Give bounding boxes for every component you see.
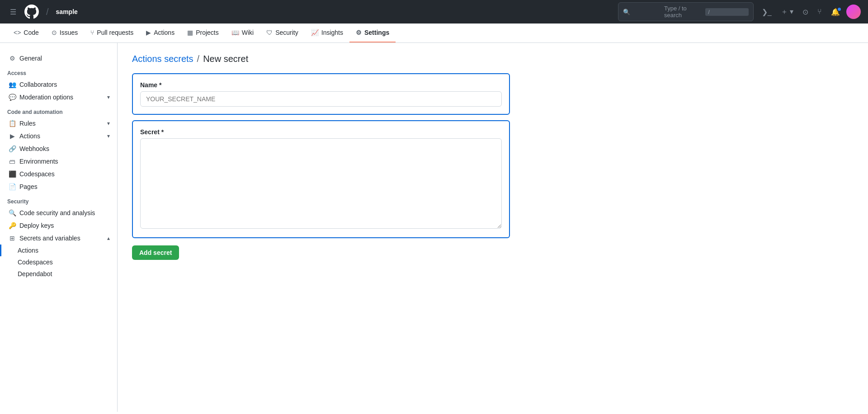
code-icon: <> — [14, 29, 21, 36]
code-security-icon: 🔍 — [9, 209, 16, 216]
secrets-chevron-icon: ▴ — [107, 235, 110, 241]
sidebar-item-deploy-keys[interactable]: 🔑 Deploy keys — [0, 219, 117, 232]
breadcrumb: Actions secrets / New secret — [132, 54, 510, 64]
sidebar-sub-dependabot-label: Dependabot — [18, 270, 52, 278]
top-nav-actions: ❯_ ＋ ▾ ⊙ ⑂ 🔔 — [759, 5, 861, 19]
page-layout: ⚙ General Access 👥 Collaborators 💬 Moder… — [0, 43, 868, 412]
nav-security[interactable]: 🛡 Security — [260, 24, 305, 42]
sidebar-environments-label: Environments — [19, 158, 58, 165]
nav-security-label: Security — [275, 29, 298, 36]
rules-icon: 📋 — [9, 120, 16, 127]
codespaces-icon: ⬛ — [9, 170, 16, 178]
nav-code-label: Code — [24, 29, 38, 36]
hamburger-menu-button[interactable]: ☰ — [7, 6, 19, 18]
secrets-icon: ⊞ — [9, 235, 16, 242]
nav-actions-label: Actions — [154, 29, 175, 36]
sidebar-codespaces-label: Codespaces — [19, 170, 55, 178]
nav-issues-label: Issues — [60, 29, 78, 36]
deploy-keys-icon: 🔑 — [9, 222, 16, 229]
moderation-chevron-icon: ▾ — [107, 94, 110, 100]
nav-issues[interactable]: ⊙ Issues — [45, 24, 84, 42]
add-button[interactable]: ＋ ▾ — [778, 5, 796, 19]
sidebar-moderation-label: Moderation options — [19, 94, 73, 101]
add-secret-button[interactable]: Add secret — [132, 245, 179, 260]
sidebar-item-actions[interactable]: ▶ Actions ▾ — [0, 130, 117, 142]
sidebar-webhooks-label: Webhooks — [19, 145, 49, 152]
nav-code[interactable]: <> Code — [7, 24, 45, 42]
repo-name[interactable]: sample — [56, 8, 78, 15]
name-label: Name — [140, 81, 502, 89]
breadcrumb-current: New secret — [203, 54, 248, 64]
nav-insights-label: Insights — [321, 29, 343, 36]
sidebar-item-general[interactable]: ⚙ General — [0, 52, 117, 65]
actions-icon: ▶ — [146, 29, 151, 36]
sidebar-secrets-label: Secrets and variables — [19, 235, 80, 242]
issues-icon: ⊙ — [52, 29, 57, 36]
sidebar-code-section: Code and automation — [0, 104, 117, 117]
sidebar-access-section: Access — [0, 65, 117, 78]
webhooks-icon: 🔗 — [9, 145, 16, 152]
sidebar-collaborators-label: Collaborators — [19, 81, 57, 88]
nav-pullrequests[interactable]: ⑂ Pull requests — [84, 24, 140, 42]
sidebar-general-label: General — [19, 55, 42, 62]
nav-actions[interactable]: ▶ Actions — [140, 24, 181, 42]
sidebar-item-pages[interactable]: 📄 Pages — [0, 180, 117, 193]
security-icon: 🛡 — [266, 29, 273, 36]
repo-navigation: <> Code ⊙ Issues ⑂ Pull requests ▶ Actio… — [0, 24, 868, 43]
secret-label: Secret — [140, 128, 502, 136]
sidebar-sub-item-codespaces[interactable]: Codespaces — [0, 256, 117, 268]
sidebar-item-codespaces[interactable]: ⬛ Codespaces — [0, 168, 117, 180]
pages-icon: 📄 — [9, 183, 16, 190]
settings-sidebar: ⚙ General Access 👥 Collaborators 💬 Moder… — [0, 43, 118, 412]
main-content: Actions secrets / New secret Name Secret… — [118, 43, 524, 412]
avatar[interactable] — [846, 5, 861, 19]
sidebar-item-rules[interactable]: 📋 Rules ▾ — [0, 117, 117, 130]
sidebar-security-section: Security — [0, 193, 117, 207]
issues-button[interactable]: ⊙ — [800, 6, 811, 18]
nav-insights[interactable]: 📈 Insights — [305, 24, 349, 42]
nav-slash: / — [46, 7, 49, 17]
pr-icon: ⑂ — [90, 29, 94, 36]
actions-chevron-icon: ▾ — [107, 133, 110, 139]
sidebar-rules-label: Rules — [19, 120, 36, 127]
search-placeholder: Type / to search — [664, 5, 702, 19]
moderation-icon: 💬 — [9, 94, 16, 101]
sidebar-item-moderation[interactable]: 💬 Moderation options ▾ — [0, 91, 117, 104]
terminal-button[interactable]: ❯_ — [759, 6, 774, 18]
search-bar[interactable]: 🔍 Type / to search / — [618, 2, 754, 21]
environments-icon: 🗃 — [9, 158, 16, 165]
name-input[interactable] — [140, 91, 502, 107]
nav-projects-label: Projects — [196, 29, 219, 36]
nav-settings[interactable]: ⚙ Settings — [349, 24, 396, 42]
nav-wiki[interactable]: 📖 Wiki — [225, 24, 260, 42]
search-kbd: / — [705, 8, 748, 16]
sidebar-item-webhooks[interactable]: 🔗 Webhooks — [0, 142, 117, 155]
wiki-icon: 📖 — [231, 29, 239, 36]
sidebar-deploy-keys-label: Deploy keys — [19, 222, 54, 229]
sidebar-sub-item-actions[interactable]: Actions — [0, 245, 117, 256]
sidebar-item-collaborators[interactable]: 👥 Collaborators — [0, 78, 117, 91]
sidebar-actions-icon: ▶ — [9, 132, 16, 140]
sidebar-sub-item-dependabot[interactable]: Dependabot — [0, 268, 117, 280]
nav-projects[interactable]: ▦ Projects — [181, 24, 225, 42]
nav-settings-label: Settings — [364, 29, 389, 36]
breadcrumb-separator: / — [197, 54, 200, 64]
pullreq-button[interactable]: ⑂ — [815, 6, 825, 18]
secret-form-section: Secret — [132, 120, 510, 238]
notifications-button[interactable]: 🔔 — [828, 6, 843, 18]
search-icon: 🔍 — [623, 9, 660, 15]
breadcrumb-link[interactable]: Actions secrets — [132, 54, 193, 64]
github-logo[interactable] — [24, 5, 39, 19]
sidebar-code-security-label: Code security and analysis — [19, 209, 95, 216]
secret-textarea[interactable] — [140, 138, 502, 229]
sidebar-item-environments[interactable]: 🗃 Environments — [0, 155, 117, 168]
sidebar-pages-label: Pages — [19, 183, 38, 190]
name-form-section: Name — [132, 73, 510, 115]
sidebar-sub-actions-label: Actions — [18, 247, 38, 254]
nav-pr-label: Pull requests — [97, 29, 133, 36]
sidebar-actions-label: Actions — [19, 132, 40, 140]
sidebar-item-code-security[interactable]: 🔍 Code security and analysis — [0, 207, 117, 219]
sidebar-item-secrets-vars[interactable]: ⊞ Secrets and variables ▴ — [0, 232, 117, 245]
general-icon: ⚙ — [9, 55, 16, 62]
settings-icon: ⚙ — [356, 29, 362, 36]
